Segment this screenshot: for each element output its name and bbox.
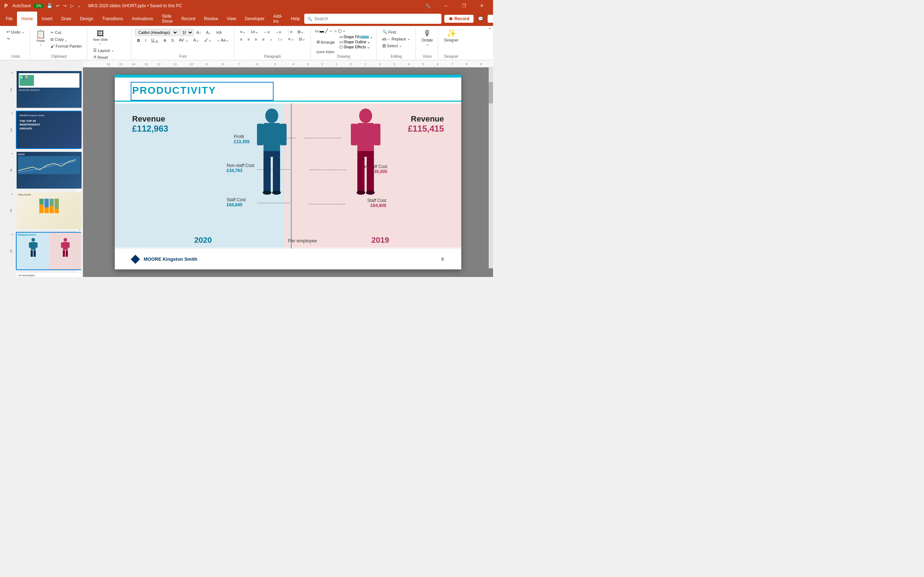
menu-item-review[interactable]: Review	[200, 11, 222, 26]
font-family-select[interactable]: Calibri (Headings)	[135, 29, 178, 36]
scrollbar-thumb-v[interactable]	[489, 82, 493, 103]
shadow-button[interactable]: S	[169, 37, 176, 43]
increase-indent-button[interactable]: →≡	[273, 29, 283, 35]
shape-rect2-icon[interactable]: ▬	[320, 28, 325, 34]
redo-quick-button[interactable]: ↪	[62, 3, 68, 9]
search-box[interactable]: 🔍	[304, 14, 441, 24]
slide-title-underline	[115, 101, 461, 102]
menu-item-file[interactable]: File	[2, 11, 17, 26]
numbering-button[interactable]: 1≡⌄	[248, 29, 261, 35]
align-text-button[interactable]: ≡⌄	[286, 36, 296, 42]
reset-button[interactable]: ↺ Reset	[91, 54, 110, 60]
minimize-button[interactable]: ─	[438, 0, 454, 11]
copy-button[interactable]: ⧉ Copy ⌄	[48, 36, 84, 43]
menu-item-design[interactable]: Design	[76, 11, 97, 26]
menu-item-developer[interactable]: Developer	[241, 11, 269, 26]
select-button[interactable]: ▧ Select ⌄	[380, 43, 413, 49]
menu-item-insert[interactable]: Insert	[37, 11, 57, 26]
shape-circle-icon[interactable]: ○	[334, 28, 337, 34]
convert-smartart-button[interactable]: ⊞⌄	[295, 29, 306, 35]
present-button[interactable]: ▷	[69, 3, 75, 9]
shape-rect-icon[interactable]: ▭	[314, 28, 319, 34]
slide-canvas[interactable]: PRODUCTIVITY Revenue £112,963 Revenue £1…	[115, 75, 461, 269]
save-button[interactable]: 💾	[45, 3, 54, 9]
menu-item-slideshow[interactable]: Slide Show	[157, 11, 177, 26]
quick-styles-button[interactable]: Quick Styles	[314, 49, 337, 55]
increase-font-button[interactable]: A↑	[194, 29, 203, 35]
shape-line-icon[interactable]: ╱	[325, 28, 328, 34]
menu-item-draw[interactable]: Draw	[57, 11, 76, 26]
more-shapes-btn[interactable]: ⌄	[342, 28, 346, 34]
svg-rect-68	[257, 124, 263, 145]
quick-access-toolbar[interactable]: P AutoSave ON 💾 ↩ ↪ ▷ ⌄	[3, 2, 82, 10]
slide-thumb-3[interactable]: 3 * MOORE Kingston Smith THE TOP 50INDEP…	[16, 111, 81, 149]
cut-button[interactable]: ✂ Cut	[48, 29, 84, 36]
font-size-select[interactable]: 18	[179, 29, 194, 36]
paste-button[interactable]: 📋 Paste ⌄	[34, 28, 48, 48]
menu-item-transitions[interactable]: Transitions	[98, 11, 128, 26]
columns-button[interactable]: ⌄	[267, 36, 275, 42]
shape-fill-dropdown-icon[interactable]: ⌄	[370, 35, 373, 39]
shape-arrow-icon[interactable]: →	[328, 28, 333, 34]
decrease-indent-button[interactable]: ←≡	[261, 29, 272, 35]
italic-button[interactable]: I	[143, 37, 149, 43]
svg-text:9: 9	[206, 62, 208, 66]
bold-button[interactable]: B	[135, 37, 142, 43]
char-spacing-button[interactable]: AV ⌄	[177, 37, 191, 43]
record-button[interactable]: ⏺ Record	[444, 15, 473, 23]
more-paragraph-button[interactable]: ⋮≡	[284, 29, 294, 35]
slide-thumb-4[interactable]: 4 * GROSS	[16, 151, 81, 189]
text-direction-btn2[interactable]: ↕⌄	[276, 36, 286, 42]
slide-thumb-2[interactable]: 2 * REVENUE GROWTH	[16, 70, 81, 108]
undo-quick-button[interactable]: ↩	[55, 3, 61, 9]
text-direction-button[interactable]: ⌄ Aa⌄	[215, 37, 231, 43]
menu-item-addins[interactable]: Add-ins	[269, 11, 287, 26]
restore-button[interactable]: ❐	[456, 0, 472, 11]
font-color-button[interactable]: A⌄	[191, 37, 201, 43]
strikethrough-button[interactable]: S	[162, 37, 168, 43]
highlight-button[interactable]: 🖊⌄	[202, 37, 214, 43]
close-button[interactable]: ✕	[473, 0, 490, 11]
vertical-scrollbar[interactable]	[489, 68, 493, 268]
slide-thumb-7[interactable]: 7 TOP PERFORMERS Larkmead Communications…	[16, 272, 81, 277]
smartart-button[interactable]: ⊟⌄	[297, 36, 307, 42]
search-input[interactable]	[314, 16, 439, 21]
menu-item-view[interactable]: View	[222, 11, 241, 26]
shape-hex-icon[interactable]: ⬡	[338, 28, 342, 34]
dictate-button[interactable]: 🎙 Dictate ⌄	[419, 27, 435, 48]
shape-outline-dropdown-icon[interactable]: ⌄	[367, 40, 370, 44]
justify-button[interactable]: ≡	[260, 36, 267, 42]
arrange-button[interactable]: ⊞ Arrange	[314, 39, 337, 45]
slide-thumb-6[interactable]: 6 * PRODUCTIVITY	[16, 232, 81, 270]
underline-button[interactable]: U ⌄	[149, 37, 161, 43]
align-center-button[interactable]: ≡	[245, 36, 252, 42]
redo-button[interactable]: ↪	[4, 36, 12, 42]
align-left-button[interactable]: ≡	[238, 36, 244, 42]
layout-button[interactable]: ☰ Layout ⌄	[91, 47, 116, 53]
menu-item-help[interactable]: Help	[287, 11, 304, 26]
find-button[interactable]: 🔍 Find	[380, 29, 413, 35]
more-quick-btn[interactable]: ⌄	[76, 3, 82, 9]
shape-effects-dropdown-icon[interactable]: ⌄	[367, 45, 370, 49]
share-button[interactable]: ↑ Share	[488, 15, 493, 23]
undo-button[interactable]: ↩ Undo ⌄	[4, 29, 27, 35]
ribbon-collapse-button[interactable]: ⌄	[488, 25, 492, 30]
new-slide-button[interactable]: 🖼 New Slide ⌄	[91, 28, 110, 47]
menu-item-home[interactable]: Home	[17, 11, 37, 26]
replace-button[interactable]: ab→ Replace ⌄	[380, 36, 413, 42]
menu-item-record[interactable]: Record	[177, 11, 200, 26]
autosave-toggle[interactable]: AutoSave ON	[11, 3, 45, 9]
align-right-button[interactable]: ≡	[253, 36, 259, 42]
menu-item-animations[interactable]: Animations	[128, 11, 157, 26]
slide-thumb-inner-4: GROSS	[16, 152, 82, 189]
decrease-font-button[interactable]: A↓	[204, 29, 213, 35]
clear-format-button[interactable]: ✕A	[214, 29, 224, 36]
editing-area[interactable]: PRODUCTIVITY Revenue £112,963 Revenue £1…	[83, 68, 493, 277]
format-painter-button[interactable]: 🖌 Format Painter	[48, 43, 84, 49]
settings-icon-btn[interactable]: 🔧	[419, 0, 436, 11]
svg-rect-64	[263, 157, 271, 193]
slide-thumb-5[interactable]: 5 * FREELANCING	[16, 192, 81, 230]
comment-button[interactable]: 💬	[477, 16, 485, 22]
designer-button[interactable]: ✨ Designer	[442, 27, 460, 44]
bullets-button[interactable]: ≡⌄	[238, 29, 247, 35]
